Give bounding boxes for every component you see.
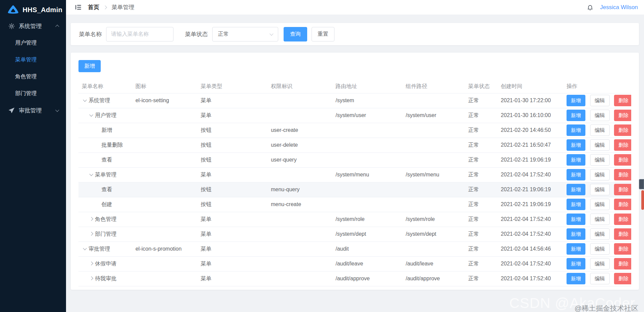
row-delete-button[interactable]: 删除 [614, 154, 631, 166]
row-edit-button[interactable]: 编辑 [590, 199, 610, 210]
row-edit-button[interactable]: 编辑 [590, 228, 610, 240]
expand-icon[interactable] [88, 232, 95, 236]
sidebar-item-user-mgmt[interactable]: 用户管理 [0, 34, 66, 51]
scrollbar-thumb[interactable] [641, 190, 644, 210]
query-button[interactable]: 查询 [284, 27, 307, 41]
sidebar-item-menu-mgmt[interactable]: 菜单管理 [0, 51, 66, 68]
row-edit-button[interactable]: 编辑 [590, 139, 610, 151]
row-delete-button[interactable]: 删除 [614, 95, 631, 106]
row-add-button[interactable]: 新增 [567, 228, 585, 240]
row-add-button[interactable]: 新增 [567, 124, 585, 136]
tree-cell: 系统管理 [82, 97, 129, 104]
sidebar-item-dept-mgmt[interactable]: 部门管理 [0, 85, 66, 102]
row-add-button[interactable]: 新增 [567, 199, 585, 210]
row-menu-type: 菜单 [197, 256, 267, 271]
row-icon-name: el-icon-setting [132, 93, 197, 108]
sidebar-item-role-mgmt[interactable]: 角色管理 [0, 68, 66, 85]
sidebar: HHS_Admin 系统管理 用户管理 菜单管理 角色管理 [0, 0, 66, 312]
row-edit-button[interactable]: 编辑 [590, 169, 610, 180]
row-icon-name: el-icon-s-promotion [132, 242, 197, 256]
row-delete-button[interactable]: 删除 [614, 258, 631, 270]
row-route [332, 182, 402, 197]
col-status: 菜单状态 [465, 80, 497, 93]
row-component [402, 182, 465, 197]
row-delete-button[interactable]: 删除 [614, 273, 631, 284]
sidebar-group-system[interactable]: 系统管理 [0, 18, 66, 34]
row-delete-button[interactable]: 删除 [614, 214, 631, 225]
expand-icon[interactable] [88, 217, 95, 222]
row-menu-name: 新增 [101, 127, 112, 134]
row-delete-button[interactable]: 删除 [614, 228, 631, 240]
expand-icon[interactable] [82, 247, 89, 251]
row-delete-button[interactable]: 删除 [614, 169, 631, 180]
row-add-button[interactable]: 新增 [567, 184, 585, 195]
row-add-button[interactable]: 新增 [567, 154, 585, 166]
row-icon-name [132, 108, 197, 123]
row-delete-button[interactable]: 删除 [614, 124, 631, 136]
row-menu-type: 按钮 [197, 182, 267, 197]
row-add-button[interactable]: 新增 [567, 95, 585, 106]
menu-name-input[interactable] [106, 27, 173, 41]
tree-cell: 审批管理 [82, 246, 129, 253]
row-permission [267, 93, 332, 108]
add-menu-button[interactable]: 新增 [78, 60, 101, 72]
row-add-button[interactable]: 新增 [567, 273, 585, 284]
row-menu-type: 菜单 [197, 271, 267, 286]
row-icon-name [132, 167, 197, 182]
row-add-button[interactable]: 新增 [567, 258, 585, 270]
row-created-time: 2021-01-30 16:10:00 [497, 108, 563, 123]
expand-icon[interactable] [82, 98, 89, 103]
row-icon-name [132, 197, 197, 212]
row-add-button[interactable]: 新增 [567, 214, 585, 225]
row-status: 正常 [465, 242, 497, 256]
row-edit-button[interactable]: 编辑 [590, 258, 610, 270]
user-menu[interactable]: Jessica Wilson [600, 4, 638, 11]
sidebar-menu: 系统管理 用户管理 菜单管理 角色管理 部门管理 审批管 [0, 18, 66, 119]
floating-widget[interactable] [639, 179, 644, 189]
expand-icon[interactable] [88, 276, 95, 281]
tree-cell: 用户管理 [82, 112, 129, 119]
row-add-button[interactable]: 新增 [567, 110, 585, 121]
row-add-button[interactable]: 新增 [567, 139, 585, 151]
expand-icon [95, 202, 101, 207]
sidebar-fold-icon[interactable] [75, 4, 82, 11]
row-add-button[interactable]: 新增 [567, 169, 585, 180]
col-component: 组件路径 [402, 80, 465, 93]
row-edit-button[interactable]: 编辑 [590, 95, 610, 106]
expand-icon[interactable] [88, 172, 95, 177]
row-component: /system/menu [402, 167, 465, 182]
tree-cell: 待我审批 [82, 275, 129, 282]
expand-icon[interactable] [88, 113, 95, 118]
row-menu-type: 菜单 [197, 242, 267, 256]
sidebar-item-label: 角色管理 [15, 73, 37, 80]
row-edit-button[interactable]: 编辑 [590, 214, 610, 225]
menu-status-select[interactable]: 正常 [212, 27, 278, 41]
row-add-button[interactable]: 新增 [567, 243, 585, 255]
chevron-down-icon [55, 108, 59, 112]
reset-button[interactable]: 重置 [312, 27, 334, 41]
row-edit-button[interactable]: 编辑 [590, 110, 610, 121]
row-status: 正常 [465, 227, 497, 242]
row-route: /audit/leave [332, 256, 402, 271]
row-delete-button[interactable]: 删除 [614, 243, 631, 255]
expand-icon[interactable] [88, 261, 95, 266]
row-edit-button[interactable]: 编辑 [590, 184, 610, 195]
table-row: 休假申请 菜单 /audit/leave /audit/leave 正常 202… [78, 256, 631, 271]
row-permission: user-delete [267, 138, 332, 152]
row-created-time: 2021-02-21 19:06:19 [497, 182, 563, 197]
row-edit-button[interactable]: 编辑 [590, 273, 610, 284]
breadcrumb-home[interactable]: 首页 [88, 3, 99, 11]
row-delete-button[interactable]: 删除 [614, 139, 631, 151]
row-delete-button[interactable]: 删除 [614, 110, 631, 121]
row-permission [267, 256, 332, 271]
row-icon-name [132, 152, 197, 167]
row-route: /system [332, 93, 402, 108]
row-delete-button[interactable]: 删除 [614, 199, 631, 210]
row-delete-button[interactable]: 删除 [614, 184, 631, 195]
bell-icon[interactable] [587, 4, 593, 11]
row-edit-button[interactable]: 编辑 [590, 243, 610, 255]
row-edit-button[interactable]: 编辑 [590, 124, 610, 136]
row-created-time: 2021-02-21 19:06:19 [497, 152, 563, 167]
row-edit-button[interactable]: 编辑 [590, 154, 610, 166]
sidebar-group-audit[interactable]: 审批管理 [0, 102, 66, 119]
